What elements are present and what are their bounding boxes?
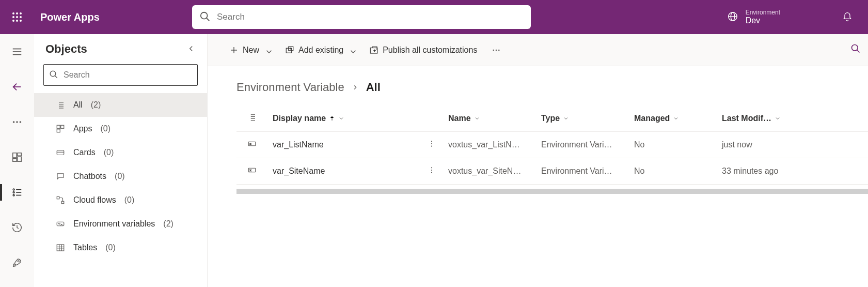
content-search-icon[interactable]	[850, 43, 861, 56]
sort-asc-icon	[329, 115, 335, 122]
svg-rect-49	[57, 222, 64, 226]
global-search[interactable]	[192, 5, 531, 29]
row-type-icon: x	[236, 158, 267, 185]
column-header-name[interactable]: Name	[443, 105, 536, 132]
rail-rocket-icon[interactable]	[0, 251, 34, 274]
chatbots-icon	[55, 172, 66, 181]
svg-point-65	[498, 49, 500, 51]
sidebar-item-label: All	[73, 100, 83, 110]
globe-icon	[727, 11, 738, 24]
svg-point-66	[852, 45, 858, 51]
cell-type: Environment Vari…	[536, 132, 629, 158]
sidebar-item-environment-variables[interactable]: Environment variables (2)	[34, 212, 207, 236]
column-header-type-icon[interactable]	[236, 105, 267, 132]
new-button-label: New	[243, 46, 259, 55]
new-button[interactable]: New	[229, 46, 271, 55]
svg-point-8	[20, 20, 22, 22]
sidebar-item-count: (0)	[105, 243, 116, 252]
svg-point-0	[12, 12, 14, 14]
more-commands-icon[interactable]	[492, 46, 501, 55]
svg-text:x: x	[250, 169, 251, 172]
rail-back-icon[interactable]	[0, 75, 34, 98]
svg-point-85	[431, 170, 432, 171]
svg-rect-22	[18, 153, 21, 156]
svg-point-19	[16, 121, 18, 123]
chevron-right-icon	[352, 81, 359, 94]
list-icon	[55, 100, 66, 110]
column-header-type[interactable]: Type	[536, 105, 629, 132]
environment-picker[interactable]: Environment Dev	[727, 0, 780, 34]
global-search-input[interactable]	[217, 12, 524, 22]
cell-display[interactable]: var_ListName	[267, 132, 422, 158]
add-existing-button[interactable]: Add existing	[285, 46, 355, 55]
sidebar-item-all[interactable]: All (2)	[34, 93, 207, 117]
svg-rect-42	[57, 125, 60, 128]
svg-point-31	[18, 261, 19, 262]
app-header: Power Apps Environment Dev	[0, 0, 868, 34]
svg-rect-45	[57, 150, 64, 155]
row-more-icon[interactable]	[422, 158, 443, 185]
rail-history-icon[interactable]	[0, 216, 34, 239]
breadcrumb-root[interactable]: Environment Variable	[236, 81, 344, 94]
svg-point-32	[50, 71, 56, 77]
svg-rect-21	[13, 153, 17, 158]
sidebar-item-label: Cloud flows	[73, 195, 116, 205]
tables-icon	[55, 243, 66, 252]
chevron-down-icon	[338, 115, 344, 122]
column-header-display-name[interactable]: Display name	[267, 105, 422, 132]
sidebar-item-label: Cards	[73, 148, 96, 157]
cell-display[interactable]: var_SiteName	[267, 158, 422, 185]
publish-button[interactable]: Publish all customizations	[369, 46, 477, 55]
sidebar-item-apps[interactable]: Apps (0)	[34, 117, 207, 141]
table-header-row: Display name Name Type	[236, 105, 868, 132]
horizontal-scrollbar[interactable]	[236, 189, 868, 194]
content-area: New Add existing Publish all customizati…	[208, 34, 868, 287]
search-icon	[199, 11, 217, 24]
svg-rect-48	[61, 201, 64, 204]
svg-rect-50	[57, 245, 64, 251]
cell-modified: 33 minutes ago	[717, 158, 868, 185]
objects-panel: Objects All (2) Apps (0)	[34, 34, 208, 287]
column-header-modified[interactable]: Last Modif…	[717, 105, 868, 132]
env-var-icon	[55, 219, 66, 229]
table-row[interactable]: x var_SiteName voxtus_var_SiteN… Environ…	[236, 158, 868, 185]
cell-name: voxtus_var_SiteN…	[443, 158, 536, 185]
notifications-icon[interactable]	[837, 0, 858, 34]
waffle-icon[interactable]	[0, 0, 34, 34]
svg-rect-23	[18, 157, 21, 161]
sidebar-item-cards[interactable]: Cards (0)	[34, 141, 207, 164]
chevron-down-icon	[775, 115, 781, 122]
flows-icon	[55, 195, 66, 205]
svg-point-86	[431, 172, 432, 173]
cell-modified: just now	[717, 132, 868, 158]
chevron-down-icon	[264, 47, 271, 53]
svg-point-80	[431, 143, 432, 144]
rail-objects-icon[interactable]	[0, 181, 34, 204]
rail-menu-icon[interactable]	[0, 40, 34, 63]
search-icon	[49, 70, 64, 81]
column-header-managed[interactable]: Managed	[629, 105, 717, 132]
chevron-down-icon	[474, 115, 480, 122]
sidebar-item-count: (2)	[91, 100, 101, 110]
row-more-icon[interactable]	[422, 132, 443, 158]
objects-search-input[interactable]	[64, 70, 192, 80]
app-title[interactable]: Power Apps	[34, 11, 189, 23]
collapse-panel-icon[interactable]	[186, 44, 196, 55]
sidebar-item-chatbots[interactable]: Chatbots (0)	[34, 164, 207, 188]
rail-more-icon[interactable]	[0, 111, 34, 133]
row-type-icon: x	[236, 132, 267, 158]
svg-line-67	[857, 50, 860, 53]
svg-line-10	[207, 18, 210, 21]
svg-point-64	[496, 49, 497, 51]
sidebar-item-tables[interactable]: Tables (0)	[34, 236, 207, 260]
table-row[interactable]: x var_ListName voxtus_var_ListN… Environ…	[236, 132, 868, 158]
objects-search[interactable]	[43, 64, 198, 86]
cell-name: voxtus_var_ListN…	[443, 132, 536, 158]
sidebar-item-cloud-flows[interactable]: Cloud flows (0)	[34, 188, 207, 212]
svg-rect-24	[13, 159, 17, 162]
svg-point-1	[16, 12, 18, 14]
svg-line-33	[55, 75, 57, 78]
rail-overview-icon[interactable]	[0, 146, 34, 169]
sidebar-item-label: Tables	[73, 243, 97, 252]
command-bar: New Add existing Publish all customizati…	[208, 34, 868, 66]
